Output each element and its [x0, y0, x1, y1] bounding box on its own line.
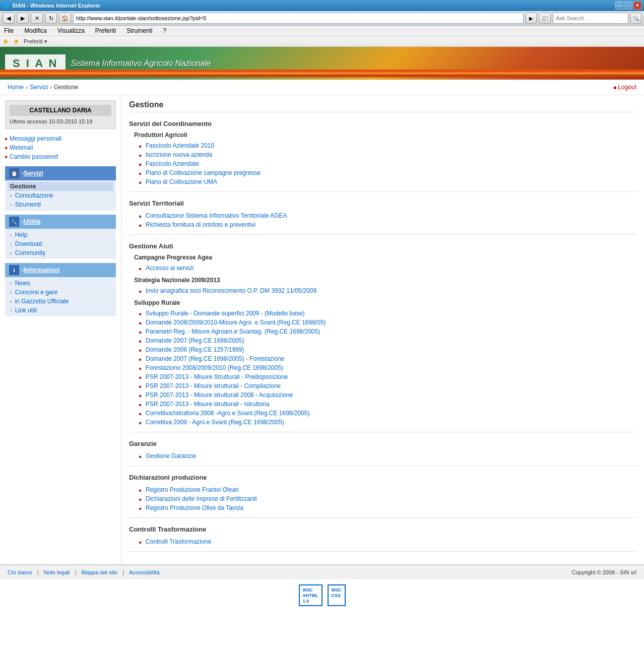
nav-item-gazzetta[interactable]: › in Gazzetta Ufficiale	[8, 297, 113, 306]
menu-preferiti[interactable]: Preferiti	[94, 27, 117, 35]
link-correttiva-istruttoria[interactable]: ■ Correttiva/Istruttoria 2008 -Agro.e Sv…	[129, 409, 636, 418]
search-input[interactable]	[553, 13, 628, 24]
news-link[interactable]: News	[15, 280, 30, 287]
link-psr-predisposizione[interactable]: ■ PSR 2007-2013 - Misure Strutturali - P…	[129, 372, 636, 381]
link-psr-acquisizione[interactable]: ■ PSR 2007-2013 - Misure strutturali 200…	[129, 390, 636, 400]
add-favorites-button[interactable]: ★	[3, 37, 9, 45]
bullet-icon: ■	[139, 289, 143, 294]
menu-modifica[interactable]: Modifica	[23, 27, 48, 35]
bullet-icon: ■	[139, 421, 143, 425]
link-forestazione-2008-2010[interactable]: ■ Forestazione 2008/2009/2010 (Reg.CE 16…	[129, 363, 636, 372]
link-dichiarazioni-fertilizzanti[interactable]: ■ Dichiarazioni delle Imprese di Fertili…	[129, 494, 636, 503]
link-cambio-label: Cambio password	[10, 153, 58, 160]
servizi-label: Servizi	[24, 170, 43, 177]
gazzetta-link[interactable]: in Gazzetta Ufficiale	[15, 298, 69, 305]
community-link[interactable]: Community	[15, 249, 46, 256]
header-stripes	[0, 70, 644, 80]
favorites-label[interactable]: Preferiti ▾	[24, 38, 47, 45]
link-parametri-reg[interactable]: ■ Parametri Reg. - Misure Agroam.e Svant…	[129, 327, 636, 336]
stripe-3	[0, 75, 644, 77]
link-fascicolo-aziendale[interactable]: ■ Fascicolo Aziendale	[129, 159, 636, 168]
w3c-css-badge[interactable]: W3CCSS	[328, 584, 346, 606]
w3c-xhtml-badge[interactable]: W3CXHTML1.0	[299, 584, 323, 606]
menu-file[interactable]: File	[3, 27, 15, 35]
link-accesso-servizi[interactable]: ■ Accesso ai servizi	[129, 264, 636, 273]
link-sviluppo-domande-superfici[interactable]: ■ Sviluppo Rurale - Domande superfici 20…	[129, 309, 636, 318]
link-registro-olive[interactable]: ■ Registro Produzione Olive da Tavola	[129, 503, 636, 512]
go-button[interactable]: ▶	[526, 13, 537, 24]
link-psr-istruttoria[interactable]: ■ PSR 2007-2013 - Misure strutturali - I…	[129, 400, 636, 409]
bullet-icon: ■	[139, 357, 143, 362]
rss-button[interactable]: 📰	[539, 13, 551, 24]
link-utili-link[interactable]: Link utili	[15, 307, 37, 314]
nav-item-concorsi[interactable]: › Concorsi e gare	[8, 288, 113, 297]
nav-item-download[interactable]: › Download	[8, 239, 113, 248]
consultazione-link[interactable]: Consultazione	[15, 192, 53, 199]
arrow-icon: ›	[10, 299, 12, 304]
link-domande-2007[interactable]: ■ Domande 2007 (Reg.CE 1698/2005)	[129, 336, 636, 345]
link-registro-frantoi[interactable]: ■ Registro Produzione Frantoi Oleari	[129, 485, 636, 494]
link-fornitura-ortofoto[interactable]: ■ Richiesta fornitura di ortofoto e prev…	[129, 220, 636, 229]
link-domande-2008-2010[interactable]: ■ Domande 2008/2009/2010-Misure Agro. e …	[129, 318, 636, 327]
link-gestione-garanzie[interactable]: ■ Gestione Garanzie	[129, 451, 636, 461]
nav-item-gestione[interactable]: Gestione	[8, 182, 113, 191]
link-cambio-password[interactable]: ■ Cambio password	[5, 152, 116, 161]
menu-visualizza[interactable]: Visualizza	[56, 27, 86, 35]
nav-item-community[interactable]: › Community	[8, 248, 113, 257]
back-button[interactable]: ◀	[3, 13, 15, 24]
nav-section-utilita-header[interactable]: 🔧 › Utilità	[5, 215, 116, 229]
nav-section-servizi: 📋 › Servizi Gestione › Consultazione › S…	[5, 166, 116, 211]
help-link[interactable]: Help	[15, 231, 28, 238]
strumenti-link[interactable]: Strumenti	[15, 201, 41, 208]
link-domande-2006[interactable]: ■ Domande 2006 (Reg.CE 1257/1999)	[129, 345, 636, 354]
bullet-icon: ■	[139, 267, 143, 271]
menu-help[interactable]: ?	[162, 27, 168, 35]
address-bar[interactable]	[73, 13, 524, 24]
maximize-button[interactable]: □	[624, 2, 632, 10]
forward-button[interactable]: ▶	[17, 13, 29, 24]
download-link[interactable]: Download	[15, 240, 42, 247]
link-domande-2007-forestazione[interactable]: ■ Domande 2007 (Reg.CE 1698/2005) - Fore…	[129, 354, 636, 363]
link-webmail[interactable]: ■ Webmail	[5, 143, 116, 152]
link-messaggi-label: Messaggi personali	[10, 135, 61, 142]
search-go-button[interactable]: 🔍	[630, 13, 641, 24]
home-button[interactable]: 🏠	[59, 13, 71, 24]
arrow-icon: ›	[10, 281, 12, 286]
nav-section-servizi-header[interactable]: 📋 › Servizi	[5, 166, 116, 180]
close-button[interactable]: ✕	[633, 2, 641, 10]
footer-mappa-sito[interactable]: Mappa del sito	[82, 569, 118, 575]
servizi-items: Gestione › Consultazione › Strumenti	[5, 180, 116, 211]
link-invio-anagrafica[interactable]: ■ Invio anagrafica soci Riconoscimento O…	[129, 286, 636, 295]
link-messaggi-personali[interactable]: ■ Messaggi personali	[5, 134, 116, 143]
breadcrumb-servizi[interactable]: Servizi	[30, 84, 48, 91]
link-fascicolo-2010[interactable]: ■ Fascicolo Aziendale 2010	[129, 141, 636, 150]
favorites-dropdown-icon[interactable]: ▾	[44, 38, 47, 45]
logout-link[interactable]: ■ Logout	[613, 84, 636, 91]
refresh-button[interactable]: ↻	[45, 13, 57, 24]
link-piano-coltivazione-uma[interactable]: ■ Piano di Coltivazione UMA	[129, 177, 636, 186]
favorites-bar: ★ ★ Preferiti ▾	[0, 36, 644, 47]
nav-item-strumenti[interactable]: › Strumenti	[8, 200, 113, 209]
concorsi-link[interactable]: Concorsi e gare	[15, 289, 58, 296]
footer-note-legali[interactable]: Note legali	[44, 569, 70, 575]
stop-button[interactable]: ✕	[31, 13, 43, 24]
nav-item-consultazione[interactable]: › Consultazione	[8, 191, 113, 200]
nav-item-link-utili[interactable]: › Link utili	[8, 306, 113, 315]
breadcrumb: Home › Servizi › Gestione ■ Logout	[0, 80, 644, 95]
nav-item-help[interactable]: › Help	[8, 230, 113, 239]
section-garanzie: Garanzie ■ Gestione Garanzie	[129, 440, 636, 466]
link-piano-coltivazione-pregresse[interactable]: ■ Piano di Coltivazione campagne pregres…	[129, 168, 636, 177]
minimize-button[interactable]: —	[615, 2, 623, 10]
link-psr-compilazione[interactable]: ■ PSR 2007-2013 - Misure strutturali - C…	[129, 381, 636, 390]
link-consultazione-territoriale[interactable]: ■ Consultazione Sistema Informativo Terr…	[129, 211, 636, 220]
nav-section-informazioni-header[interactable]: ℹ › Informazioni	[5, 263, 116, 277]
link-correttiva-2009[interactable]: ■ Correttiva 2009 - Agro.e Svant.(Reg.CE…	[129, 418, 636, 427]
footer-chi-siamo[interactable]: Chi siamo	[8, 569, 32, 575]
link-controlli-trasformazione[interactable]: ■ Controlli Trasformazione	[129, 537, 636, 546]
bullet-icon: ■	[139, 488, 143, 493]
link-iscrizione-azienda[interactable]: ■ Iscrizione nuova azienda	[129, 150, 636, 159]
breadcrumb-home[interactable]: Home	[8, 84, 24, 91]
nav-item-news[interactable]: › News	[8, 279, 113, 288]
footer-accessibilita[interactable]: Accessibilità	[129, 569, 160, 575]
menu-strumenti[interactable]: Strumenti	[125, 27, 154, 35]
